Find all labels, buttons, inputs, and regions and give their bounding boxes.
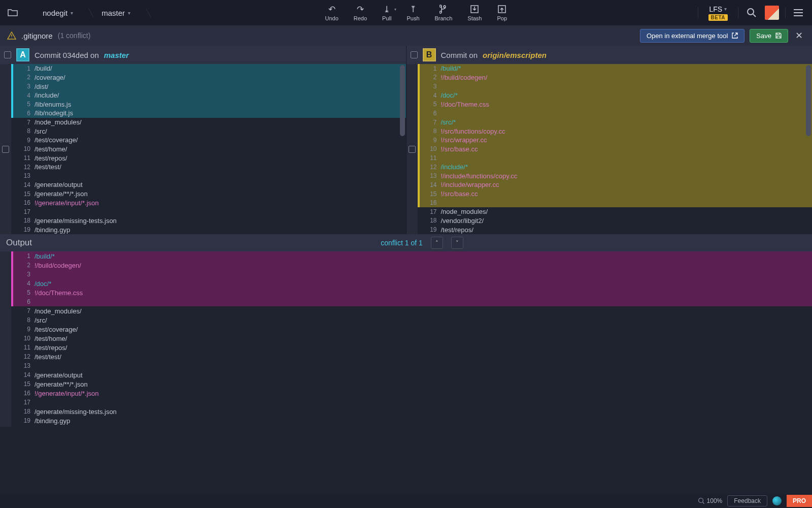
menu-button[interactable]: [792, 7, 805, 18]
code-line[interactable]: 10/test/home/: [11, 145, 406, 154]
code-line[interactable]: 17/node_modules/: [418, 207, 813, 216]
code-line[interactable]: 3/dist/: [11, 82, 406, 91]
pane-b-take-all-checkbox[interactable]: [411, 51, 418, 58]
branch-name: master: [101, 9, 125, 17]
code-line[interactable]: 16!/generate/input/*.json: [11, 389, 812, 398]
code-line[interactable]: 8/src/: [11, 315, 812, 325]
pull-icon: ⤓: [383, 4, 390, 14]
code-line[interactable]: 15/generate/**/*.json: [11, 379, 812, 389]
conflict-next-button[interactable]: ˅: [451, 237, 463, 249]
code-line[interactable]: 4/include/: [11, 91, 406, 100]
code-line[interactable]: 1/build/: [11, 64, 406, 73]
code-line[interactable]: 1/build/*: [418, 64, 813, 73]
code-line[interactable]: 2/coverage/: [11, 73, 406, 82]
code-line[interactable]: 19/binding.gyp: [11, 225, 406, 234]
code-line[interactable]: 11/test/repos/: [11, 153, 406, 163]
code-line[interactable]: 14/generate/output: [11, 180, 406, 189]
pane-a: 1/build/2/coverage/3/dist/4/include/5/li…: [0, 64, 407, 234]
code-line[interactable]: 9/test/coverage/: [11, 136, 406, 145]
pane-a-hunk-checkbox[interactable]: [2, 146, 9, 153]
code-line[interactable]: 12/include/*: [418, 163, 813, 172]
code-line[interactable]: 9!/src/wrapper.cc: [418, 136, 813, 145]
open-external-button[interactable]: Open in external merge tool: [640, 29, 745, 43]
close-button[interactable]: ✕: [793, 30, 805, 41]
code-line[interactable]: 13: [11, 361, 812, 370]
code-line[interactable]: 11/test/repos/: [11, 343, 812, 352]
code-view-output[interactable]: 1/build/*2!/build/codegen/34/doc/*5!/doc…: [11, 251, 812, 427]
conflict-prev-button[interactable]: ˄: [431, 237, 443, 249]
pane-a-title: Commit 034ded on: [35, 51, 99, 59]
code-line[interactable]: 8!/src/functions/copy.cc: [418, 126, 813, 136]
pull-button[interactable]: ⤓Pull▾: [375, 0, 398, 25]
redo-button[interactable]: ↷Redo: [347, 0, 374, 25]
code-line[interactable]: 16: [418, 198, 813, 207]
conflict-bar: .gitignore (1 conflict) Open in external…: [0, 25, 812, 46]
code-line[interactable]: 2!/build/codegen/: [418, 73, 813, 82]
badge-a: A: [16, 48, 29, 61]
code-view-a[interactable]: 1/build/2/coverage/3/dist/4/include/5/li…: [11, 64, 406, 234]
code-line[interactable]: 1/build/*: [11, 251, 812, 261]
conflict-nav-label: conflict 1 of 1: [381, 239, 423, 247]
code-line[interactable]: 3: [418, 82, 813, 91]
svg-point-2: [748, 9, 754, 15]
pane-a-take-all-checkbox[interactable]: [4, 51, 11, 58]
code-line[interactable]: 14!/include/wrapper.cc: [418, 180, 813, 189]
code-line[interactable]: 15/generate/**/*.json: [11, 189, 406, 199]
code-line[interactable]: 16!/generate/input/*.json: [11, 198, 406, 207]
code-line[interactable]: 19/binding.gyp: [11, 416, 812, 425]
code-line[interactable]: 18/generate/missing-tests.json: [11, 216, 406, 226]
code-line[interactable]: 19/test/repos/: [418, 225, 813, 234]
code-line[interactable]: 13: [11, 172, 406, 181]
code-line[interactable]: 13!/include/functions/copy.cc: [418, 172, 813, 181]
code-line[interactable]: 12/test/test/: [11, 352, 812, 361]
branch-button[interactable]: Branch: [428, 0, 460, 25]
chevron-down-icon: ▾: [724, 6, 727, 12]
code-line[interactable]: 11: [418, 153, 813, 163]
code-line[interactable]: 3: [11, 270, 812, 279]
badge-b: B: [423, 48, 436, 61]
search-button[interactable]: [745, 6, 759, 20]
code-line[interactable]: 7/src/*: [418, 118, 813, 127]
repo-crumb[interactable]: nodegit ▾: [25, 9, 84, 17]
code-line[interactable]: 14/generate/output: [11, 370, 812, 379]
code-line[interactable]: 6: [11, 297, 812, 306]
code-line[interactable]: 18/vendor/libgit2/: [418, 216, 813, 226]
code-line[interactable]: 9/test/coverage/: [11, 325, 812, 334]
code-line[interactable]: 10/test/home/: [11, 334, 812, 343]
code-line[interactable]: 10!/src/base.cc: [418, 145, 813, 154]
pane-b-title: Commit on: [441, 51, 478, 59]
code-line[interactable]: 5/lib/enums.js: [11, 100, 406, 109]
lfs-button[interactable]: LFS▾ BETA: [704, 5, 732, 21]
code-line[interactable]: 15!/src/base.cc: [418, 189, 813, 199]
output-header: Output conflict 1 of 1 ˄ ˅: [0, 234, 812, 251]
pane-a-branch: master: [104, 51, 129, 59]
code-line[interactable]: 12/test/test/: [11, 163, 406, 172]
code-line[interactable]: 2!/build/codegen/: [11, 261, 812, 270]
scrollbar-thumb[interactable]: [400, 65, 405, 136]
code-line[interactable]: 17: [11, 207, 406, 216]
pop-button[interactable]: Pop: [490, 0, 515, 25]
redo-icon: ↷: [357, 4, 364, 14]
scrollbar-thumb[interactable]: [806, 65, 811, 136]
code-line[interactable]: 4/doc/*: [11, 279, 812, 288]
code-line[interactable]: 7/node_modules/: [11, 306, 812, 315]
save-button[interactable]: Save: [750, 29, 788, 43]
code-line[interactable]: 5!/doc/Theme.css: [418, 100, 813, 109]
code-line[interactable]: 8/src/: [11, 126, 406, 136]
folder-button[interactable]: [0, 9, 25, 17]
stash-icon: [470, 4, 479, 14]
stash-button[interactable]: Stash: [460, 0, 489, 25]
pane-a-header: A Commit 034ded on master: [0, 46, 407, 64]
avatar[interactable]: [765, 6, 779, 20]
code-line[interactable]: 6: [418, 109, 813, 118]
code-line[interactable]: 5!/doc/Theme.css: [11, 288, 812, 297]
code-line[interactable]: 7/node_modules/: [11, 118, 406, 127]
code-view-b[interactable]: 1/build/*2!/build/codegen/34/doc/*5!/doc…: [418, 64, 813, 234]
code-line[interactable]: 6/lib/nodegit.js: [11, 109, 406, 118]
push-button[interactable]: ⤒Push: [399, 0, 426, 25]
code-line[interactable]: 18/generate/missing-tests.json: [11, 407, 812, 416]
pane-b-hunk-checkbox[interactable]: [409, 146, 416, 153]
undo-button[interactable]: ↶Undo: [318, 0, 345, 25]
code-line[interactable]: 4/doc/*: [418, 91, 813, 100]
code-line[interactable]: 17: [11, 398, 812, 407]
